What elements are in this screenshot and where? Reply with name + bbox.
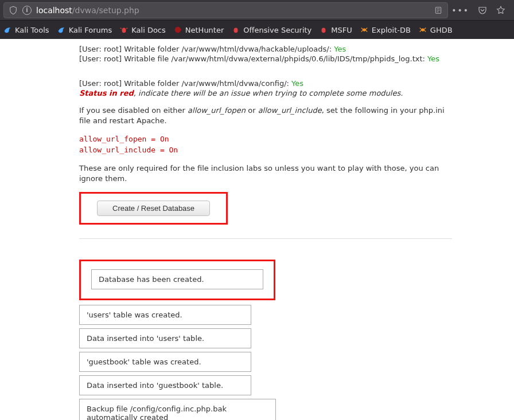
bookmark-label: Kali Docs: [131, 26, 166, 34]
spider-icon: [419, 26, 427, 34]
setup-messages: Database has been created. 'users' table…: [79, 260, 452, 420]
bookmark-label: Kali Forums: [69, 26, 112, 34]
status-yes: Yes: [427, 54, 439, 63]
url-host: localhost: [36, 6, 72, 15]
phpini-instruction: If you see disabled on either allow_url_…: [79, 105, 452, 126]
bookmark-label: NetHunter: [185, 26, 224, 34]
svg-line-6: [127, 28, 128, 29]
msg-db-created: Database has been created.: [91, 269, 263, 289]
bookmark-kali-forums[interactable]: Kali Forums: [57, 26, 112, 34]
status-red-label: Status in red: [79, 89, 134, 97]
reader-icon[interactable]: [434, 6, 443, 15]
bookmark-offsec[interactable]: Offensive Security: [232, 26, 311, 34]
svg-line-5: [120, 28, 122, 29]
svg-point-8: [234, 28, 238, 33]
msg-guestbook-table: 'guestbook' table was created.: [79, 352, 251, 372]
url-text: localhost /dvwa/setup.php: [36, 6, 429, 15]
more-icon[interactable]: •••: [451, 6, 469, 15]
bug-icon: [120, 26, 128, 34]
dragon-icon: [57, 26, 65, 34]
url-path: /dvwa/setup.php: [72, 6, 139, 15]
msg-users-table: 'users' table was created.: [79, 305, 251, 325]
shield-icon: [9, 6, 18, 15]
svg-point-4: [122, 28, 126, 33]
bookmark-exploitdb[interactable]: Exploit-DB: [360, 26, 411, 34]
ignore-note: These are only required for the file inc…: [79, 163, 452, 184]
dragon-icon: [3, 26, 11, 34]
msg-guestbook-data: Data inserted into 'guestbook' table.: [79, 375, 251, 395]
page: [User: root] Writable folder /var/www/ht…: [0, 39, 514, 420]
bookmark-label: MSFU: [331, 26, 352, 34]
create-reset-db-button[interactable]: Create / Reset Database: [97, 201, 210, 216]
bookmark-kali-tools[interactable]: Kali Tools: [3, 26, 49, 34]
check-phpids-log: [User: root] Writable file /var/www/html…: [79, 54, 452, 63]
nethunter-icon: [174, 26, 182, 34]
content: [User: root] Writable folder /var/www/ht…: [79, 45, 452, 420]
msg-users-data: Data inserted into 'users' table.: [79, 328, 251, 348]
bug-icon: [320, 26, 328, 34]
toolbar-icons: •••: [451, 5, 511, 15]
bookmark-label: GHDB: [430, 26, 453, 34]
status-yes: Yes: [334, 45, 346, 53]
pocket-icon[interactable]: [477, 5, 488, 15]
status-yes: Yes: [291, 79, 303, 88]
url-box[interactable]: i localhost /dvwa/setup.php: [3, 2, 448, 18]
spider-icon: [360, 26, 368, 34]
bookmark-kali-docs[interactable]: Kali Docs: [120, 26, 166, 34]
bookmark-msfu[interactable]: MSFU: [320, 26, 352, 34]
phpini-code: allow_url_fopen = On allow_url_include =…: [79, 134, 452, 155]
address-bar: i localhost /dvwa/setup.php •••: [0, 0, 514, 21]
svg-point-7: [175, 27, 181, 33]
star-icon[interactable]: [496, 5, 506, 15]
highlight-box-button: Create / Reset Database: [79, 192, 228, 225]
check-config-dir: [User: root] Writable folder /var/www/ht…: [79, 79, 452, 88]
msg-backup: Backup file /config/config.inc.php.bak a…: [79, 399, 276, 420]
bookmark-nethunter[interactable]: NetHunter: [174, 26, 224, 34]
status-note: Status in red, indicate there will be an…: [79, 89, 452, 97]
bookmarks-bar: Kali Tools Kali Forums Kali Docs NetHunt…: [0, 21, 514, 39]
bookmark-ghdb[interactable]: GHDB: [419, 26, 453, 34]
svg-point-9: [322, 28, 326, 33]
check-uploads: [User: root] Writable folder /var/www/ht…: [79, 45, 452, 53]
bug-icon: [232, 26, 240, 34]
highlight-box-db-created: Database has been created.: [79, 260, 275, 300]
bookmark-label: Kali Tools: [15, 26, 49, 34]
divider: [79, 238, 452, 239]
info-icon: i: [22, 6, 32, 15]
bookmark-label: Offensive Security: [243, 26, 311, 34]
bookmark-label: Exploit-DB: [372, 26, 411, 34]
